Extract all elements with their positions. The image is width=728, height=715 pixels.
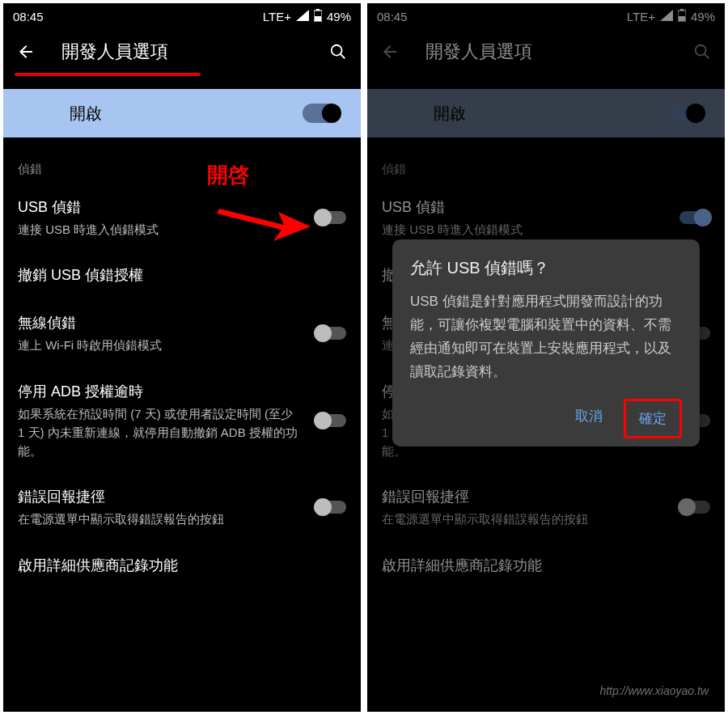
status-time: 08:45 — [377, 10, 408, 23]
item-title: 停用 ADB 授權逾時 — [18, 381, 301, 403]
status-bar: 08:45 LTE+ 49% — [367, 3, 725, 29]
item-verbose-vendor[interactable]: 啟用詳細供應商記錄功能 — [367, 542, 725, 590]
master-toggle-row[interactable]: 開啟 — [367, 89, 725, 138]
svg-point-8 — [696, 45, 706, 56]
status-time: 08:45 — [13, 10, 44, 23]
usb-debug-dialog: 允許 USB 偵錯嗎？ USB 偵錯是針對應用程式開發而設計的功能，可讓你複製電… — [392, 239, 700, 446]
item-wireless-debug[interactable]: 無線偵錯 連上 Wi-Fi 時啟用偵錯模式 — [3, 299, 361, 367]
toggle-adb-timeout[interactable] — [315, 414, 346, 427]
item-title: 撤銷 USB 偵錯授權 — [18, 264, 346, 286]
dialog-title: 允許 USB 偵錯嗎？ — [410, 257, 682, 279]
item-sub: 在電源選單中顯示取得錯誤報告的按鈕 — [18, 510, 301, 528]
master-toggle-label: 開啟 — [367, 103, 466, 125]
status-battery: 49% — [327, 10, 351, 23]
page-title: 開發人員選項 — [422, 40, 670, 64]
toggle-bug-shortcut[interactable] — [315, 501, 346, 514]
item-revoke-usb-auth[interactable]: 撤銷 USB 偵錯授權 — [3, 252, 361, 299]
svg-rect-2 — [315, 16, 321, 21]
section-header-debug: 偵錯 — [3, 138, 361, 184]
section-header-debug: 偵錯 — [367, 138, 725, 184]
master-toggle-switch[interactable] — [303, 104, 338, 123]
phone-right: 08:45 LTE+ 49% 開發人員選項 開啟 偵錯 USB 偵錯 連接 US… — [367, 3, 725, 712]
header: 開發人員選項 — [367, 29, 725, 74]
back-button[interactable] — [10, 36, 42, 68]
master-toggle-switch[interactable] — [667, 104, 702, 123]
signal-icon — [296, 10, 309, 23]
item-bug-shortcut[interactable]: 錯誤回報捷徑 在電源選單中顯示取得錯誤報告的按鈕 — [367, 473, 725, 541]
toggle-bug-shortcut[interactable] — [679, 501, 710, 514]
svg-line-4 — [341, 54, 345, 59]
item-adb-timeout[interactable]: 停用 ADB 授權逾時 如果系統在預設時間 (7 天) 或使用者設定時間 (至少… — [3, 368, 361, 474]
watermark: http://www.xiaoyao.tw — [599, 684, 709, 697]
cancel-button[interactable]: 取消 — [562, 399, 616, 438]
dialog-actions: 取消 確定 — [410, 399, 682, 438]
toggle-usb-debug[interactable] — [315, 211, 346, 224]
master-toggle-label: 開啟 — [3, 103, 102, 125]
status-lte: LTE+ — [263, 10, 291, 23]
battery-icon — [314, 9, 322, 24]
svg-line-9 — [705, 54, 709, 59]
svg-rect-7 — [679, 16, 685, 21]
phone-left: 08:45 LTE+ 49% 開發人員選項 開啟 偵錯 開啓 US — [3, 3, 361, 712]
search-button[interactable] — [322, 36, 354, 68]
item-title: 啟用詳細供應商記錄功能 — [18, 555, 346, 577]
item-verbose-vendor[interactable]: 啟用詳細供應商記錄功能 — [3, 542, 361, 590]
svg-point-3 — [332, 45, 342, 56]
item-title: 錯誤回報捷徑 — [382, 486, 665, 508]
item-bug-shortcut[interactable]: 錯誤回報捷徑 在電源選單中顯示取得錯誤報告的按鈕 — [3, 473, 361, 541]
item-sub: 連接 USB 時進入偵錯模式 — [382, 220, 665, 239]
item-sub: 連上 Wi-Fi 時啟用偵錯模式 — [18, 336, 301, 354]
status-lte: LTE+ — [627, 10, 655, 23]
status-bar: 08:45 LTE+ 49% — [3, 3, 361, 29]
annotation-underline — [15, 73, 201, 76]
annotation-arrow-icon — [215, 201, 312, 241]
item-sub: 在電源選單中顯示取得錯誤報告的按鈕 — [382, 510, 665, 528]
search-button[interactable] — [686, 36, 718, 68]
item-title: 無線偵錯 — [18, 312, 301, 334]
toggle-usb-debug[interactable] — [679, 211, 710, 224]
annotation-open-label: 開啓 — [207, 161, 249, 189]
confirm-button[interactable]: 確定 — [624, 399, 682, 438]
master-toggle-row[interactable]: 開啟 — [3, 89, 361, 138]
toggle-wireless-debug[interactable] — [315, 327, 346, 340]
item-title: 啟用詳細供應商記錄功能 — [382, 555, 710, 577]
header: 開發人員選項 — [3, 29, 361, 74]
battery-icon — [678, 9, 686, 24]
page-title: 開發人員選項 — [58, 40, 306, 64]
dialog-body: USB 偵錯是針對應用程式開發而設計的功能，可讓你複製電腦和裝置中的資料、不需經… — [410, 290, 682, 384]
status-battery: 49% — [691, 10, 715, 23]
item-title: USB 偵錯 — [382, 197, 665, 218]
item-title: 錯誤回報捷徑 — [18, 486, 301, 508]
back-button[interactable] — [374, 36, 406, 68]
signal-icon — [660, 10, 673, 23]
item-sub: 如果系統在預設時間 (7 天) 或使用者設定時間 (至少 1 天) 內未重新連線… — [18, 404, 301, 461]
